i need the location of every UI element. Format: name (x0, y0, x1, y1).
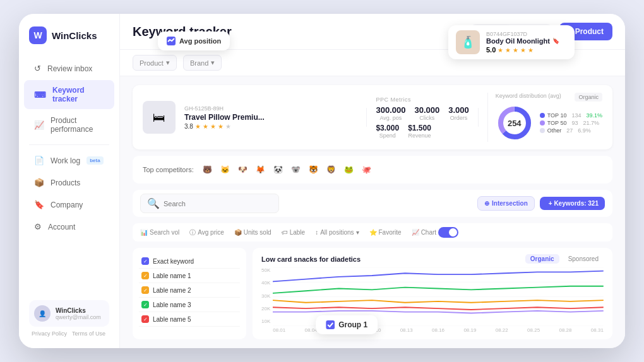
x-label: 08.31 (591, 327, 604, 333)
col-units-sold[interactable]: 📦 Units sold (234, 229, 271, 236)
col-chart[interactable]: 📈 Chart (412, 227, 458, 238)
keyword-tracker-icon: ⌨ (34, 90, 46, 100)
content-area: 🛏 GH-5125B-89H Travel Pillow Premiu... 3… (120, 76, 625, 348)
review-inbox-icon: ↺ (34, 64, 41, 73)
comp-avatar: 🐼 (271, 162, 286, 177)
float-product-image: 🧴 (456, 30, 480, 54)
privacy-policy-link[interactable]: Privacy Policy (32, 330, 67, 337)
other-pct: 6.9% (578, 127, 591, 134)
kw-checkbox[interactable]: ✓ (141, 286, 149, 294)
comp-avatar: 🐨 (289, 162, 304, 177)
nav-divider (29, 144, 109, 145)
kw-item-label: Lable name 3 (153, 301, 191, 308)
chart-area: Low card snacks for diadetics Organic Sp… (253, 248, 612, 339)
price2-value: $1.500 (408, 124, 431, 132)
y-label: 10K (261, 318, 270, 324)
float-product-card: 🧴 B0744GF1037D Body Oil Moonlight 🔖 5.0 … (448, 25, 575, 59)
search-input[interactable] (164, 200, 272, 207)
competitors-label: Top competitors: (143, 166, 194, 173)
products-icon: 📦 (34, 178, 44, 187)
star-4: ★ (218, 123, 224, 130)
kw-item: ✓ Lable name 5 (139, 312, 240, 327)
organic-tab[interactable]: Organic (525, 254, 559, 264)
brand-filter[interactable]: Brand ▾ (183, 55, 222, 71)
top50-label: TOP 50 (547, 120, 567, 126)
sidebar-item-keyword-tracker[interactable]: ⌨ Keyword tracker (24, 80, 114, 109)
search-wrap: 🔍 (140, 194, 279, 213)
star-3: ★ (210, 123, 216, 130)
kw-checkbox[interactable]: ✓ (141, 257, 149, 265)
col-avg-price[interactable]: ⓘ Avg price (189, 228, 224, 237)
kw-item-label: Exact keyword (153, 258, 194, 265)
comp-avatar: 🐯 (306, 162, 321, 177)
main-content: Keyword tracker Weekly Monthly + Product… (120, 14, 625, 348)
col-search-vol[interactable]: 📊 Search vol (140, 229, 179, 236)
organic-dropdown[interactable]: Organic (575, 93, 602, 102)
kw-checkbox[interactable]: ✓ (141, 272, 149, 279)
comp-avatar: 🐻 (200, 162, 215, 177)
sidebar-item-product-performance[interactable]: 📈 Product performance (24, 110, 114, 139)
other-dot (540, 128, 545, 133)
col-label: Chart (421, 229, 436, 236)
product-performance-icon: 📈 (34, 120, 44, 130)
col-favorite[interactable]: ⭐ Favorite (369, 229, 402, 236)
col-label: Avg price (198, 229, 224, 236)
work-log-icon: 📄 (34, 156, 44, 165)
sidebar-item-work-log[interactable]: 📄 Work log beta (24, 150, 114, 171)
sidebar-links: Privacy Policy Terms of Use (29, 330, 109, 337)
product-id: GH-5125B-89H (184, 105, 357, 112)
sponsored-tab[interactable]: Sponsored (563, 254, 604, 264)
comp-avatar: 🦁 (324, 162, 339, 177)
float-group-card: Group 1 (316, 315, 378, 334)
top10-label: TOP 10 (547, 112, 567, 119)
beta-badge: beta (86, 156, 103, 165)
col-all-positions[interactable]: ↕ All positions ▾ (315, 229, 359, 236)
sidebar-item-review-inbox[interactable]: ↺ Review inbox (24, 58, 114, 79)
kw-checkbox[interactable]: ✓ (141, 315, 149, 323)
metric-price1: $3.000 Spend (376, 124, 399, 139)
comp-avatar: 🐸 (342, 162, 357, 177)
vol2-sub: Clicks (414, 115, 439, 121)
terms-link[interactable]: Terms of Use (72, 330, 105, 337)
kw-checkbox[interactable]: ✓ (141, 301, 149, 308)
col-label: Lable (290, 229, 305, 236)
sidebar-item-products[interactable]: 📦 Products (24, 172, 114, 193)
group-icon (326, 320, 335, 329)
price2-sub: Revenue (408, 132, 431, 139)
ppc-metrics: PPC Metrics 300.000 Avg. pos 30.000 Clic… (376, 96, 468, 139)
top50-value: 93 (571, 120, 578, 126)
col-lable[interactable]: 🏷 Lable (282, 229, 305, 236)
avg-price-icon: ⓘ (189, 228, 196, 237)
star-3: ★ (513, 47, 518, 54)
star-2: ★ (505, 47, 511, 54)
star-2: ★ (203, 123, 208, 130)
star-1: ★ (195, 123, 201, 130)
col-label: Favorite (379, 229, 402, 236)
product-filter[interactable]: Product ▾ (133, 55, 177, 71)
sidebar-item-account[interactable]: ⚙ Account (24, 216, 114, 237)
kw-legend-row: TOP 10 134 39.1% (540, 112, 602, 119)
x-label: 08.13 (400, 327, 413, 333)
donut-chart: 254 (496, 104, 534, 142)
comp-avatar: 🐶 (236, 162, 251, 177)
star-4: ★ (520, 47, 526, 54)
favorite-icon: ⭐ (369, 229, 377, 236)
sidebar-item-label: Review inbox (47, 64, 92, 73)
vol1-value: 300.000 (376, 105, 405, 115)
vol1-sub: Avg. pos (376, 115, 405, 121)
keywords-button[interactable]: + Keywords: 321 (540, 197, 605, 210)
chevron-down-icon: ▾ (166, 59, 170, 67)
rating-value: 3.8 (184, 123, 193, 130)
intersection-button[interactable]: ⊕ Intersection (477, 196, 535, 211)
y-label: 20K (261, 306, 270, 312)
sidebar-item-company[interactable]: 🔖 Company (24, 194, 114, 215)
chart-toggle[interactable] (438, 227, 458, 238)
float-rating-value: 5.0 (486, 46, 496, 54)
star-1: ★ (498, 47, 503, 54)
price1-value: $3.000 (376, 124, 399, 132)
product-thumbnail: 🛏 (143, 101, 176, 134)
chevron-icon: ▾ (356, 229, 359, 236)
float-product-name: Body Oil Moonlight (486, 37, 550, 45)
kw-legend: TOP 10 134 39.1% TOP 50 93 21.7% (540, 111, 602, 135)
kw-item: ✓ Exact keyword (139, 254, 240, 269)
